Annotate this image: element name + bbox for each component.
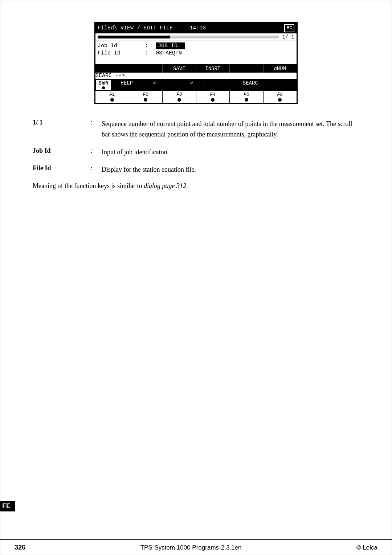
screen-titlebar: FilEd\ VIEW / EDIT FILE 14:03 MC [95,23,297,33]
fn2-key-4 [204,79,235,91]
fn1-alphanum[interactable]: αNUM [264,65,297,73]
fn1-key-1 [95,65,129,73]
footer-page-number: 326 [15,544,25,551]
fkey-f1[interactable]: F1 [95,91,129,103]
fkey-f5-label: F5 [244,92,249,97]
fkey-f6[interactable]: F6 [264,91,297,103]
fkey-f4-label: F4 [210,92,216,97]
shift-button[interactable]: Shift [95,79,111,91]
fn2-back[interactable]: <-- [142,79,173,91]
screen-spacer [95,58,297,64]
screen-progress-row: 1/ 1 [95,33,297,41]
fkey-f2[interactable]: F2 [129,91,163,103]
file-id-colon: : [145,50,156,56]
screen-title-text: FilEd\ VIEW / EDIT FILE [98,25,189,31]
mc-badge: MC [284,24,294,32]
fkey-row: F1 F2 F3 F4 F5 [95,91,297,103]
fkey-f1-label: F1 [109,92,115,97]
file-id-value: 0STAEQTN [156,50,182,56]
fkey-f5[interactable]: F5 [230,91,264,103]
fn2-forward[interactable]: --> [173,79,204,91]
fkey-f2-label: F2 [143,92,148,97]
file-id-row: File Id : 0STAEQTN [98,50,294,56]
footer-copyright: © Leica [356,544,377,551]
fn1-key-5 [230,65,264,73]
fn2-help[interactable]: HELP [111,79,142,91]
shift-row-wrapper: Shift HELP <-- --> SEARC [95,79,297,91]
fn1-save[interactable]: SAVE [163,65,196,73]
fkey-f1-dot [110,98,114,102]
fn1-insrt[interactable]: INSRT [196,65,230,73]
job-id-row: Job Id : JOB ID [98,42,294,49]
screen-time: 14:03 [189,25,281,31]
fkey-f6-label: F6 [277,92,283,97]
footer: 326 TPS-System 1000 Programs-2.3.1en © L… [0,539,392,555]
footer-title: TPS-System 1000 Programs-2.3.1en [140,544,242,551]
progress-bar-fill [98,36,170,38]
fkey-f4[interactable]: F4 [196,91,230,103]
job-id-label: Job Id [98,43,145,49]
fkey-f3-label: F3 [176,92,182,97]
fkey-f4-dot [211,98,215,102]
shift-text: Shift [99,81,109,86]
fkey-f3[interactable]: F3 [163,91,196,103]
fn2-key-6 [266,79,297,91]
fkey-f3-dot [177,98,181,102]
fn2-searc[interactable]: SEARC [235,79,266,91]
fkey-f2-dot [144,98,147,102]
job-id-value: JOB ID [156,42,185,49]
shift-dot [102,86,105,89]
progress-page: 1/ 1 [282,34,294,40]
screen-data-area: Job Id : JOB ID File Id : 0STAEQTN [95,41,297,58]
screen-display: FilEd\ VIEW / EDIT FILE 14:03 MC 1/ 1 Jo… [94,22,298,104]
fkey-f6-dot [278,98,282,102]
progress-bar-track [98,36,279,38]
fn1-key-2 [129,65,163,73]
shift-fn-row: HELP <-- --> SEARC [111,79,297,91]
job-id-colon: : [145,43,156,49]
file-id-label: File Id [98,50,145,56]
fkey-f5-dot [245,98,248,102]
fe-label: FE [0,501,15,511]
fn-row-1: SAVE INSRT αNUM [95,64,297,73]
